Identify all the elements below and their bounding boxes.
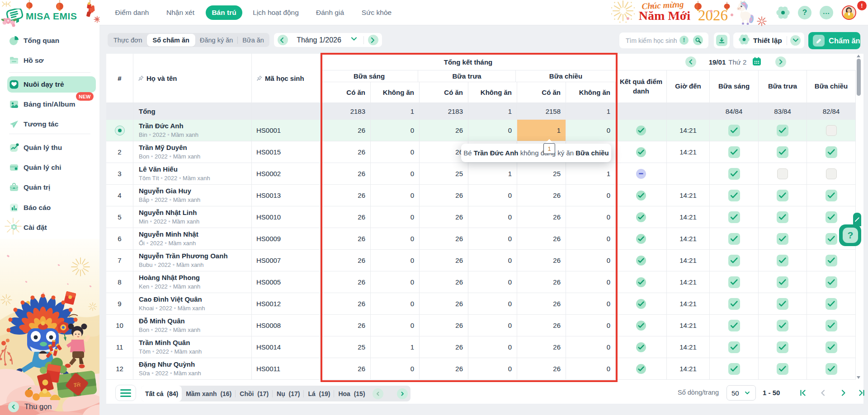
svg-text:Tết: Tết [73, 381, 81, 388]
